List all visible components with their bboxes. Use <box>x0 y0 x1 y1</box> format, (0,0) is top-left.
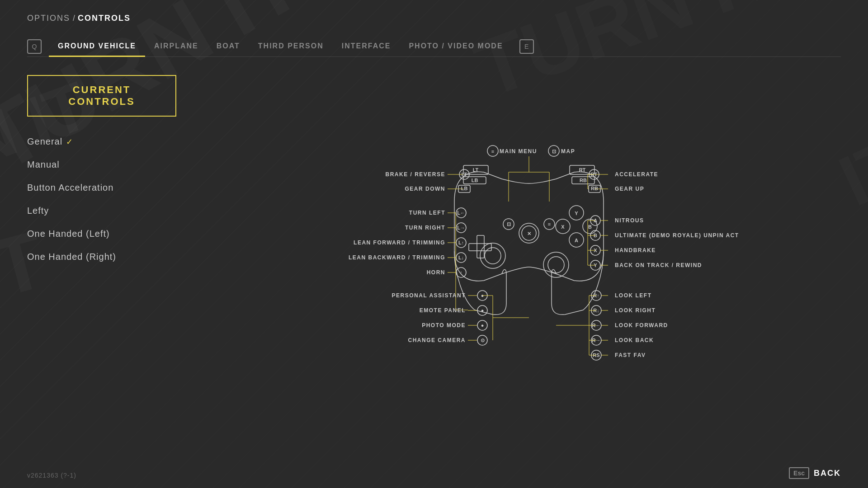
svg-rect-15 <box>477 235 484 258</box>
svg-text:BACK ON TRACK / REWIND: BACK ON TRACK / REWIND <box>615 262 702 268</box>
svg-text:LEAN FORWARD / TRIMMING: LEAN FORWARD / TRIMMING <box>354 239 445 246</box>
svg-text:●: ● <box>481 308 484 313</box>
sidebar-item-lefty-label: Lefty <box>27 206 49 216</box>
svg-text:⊙: ⊙ <box>481 338 485 343</box>
svg-text:CHANGE CAMERA: CHANGE CAMERA <box>408 337 466 343</box>
breadcrumb-options: OPTIONS <box>27 14 70 23</box>
svg-text:HORN: HORN <box>427 269 445 276</box>
svg-text:⊡: ⊡ <box>507 221 511 227</box>
svg-text:≡: ≡ <box>491 149 494 154</box>
sidebar-item-lefty[interactable]: Lefty <box>27 199 217 222</box>
svg-text:LB: LB <box>472 178 478 183</box>
svg-text:≡: ≡ <box>548 221 551 227</box>
svg-text:TURN RIGHT: TURN RIGHT <box>405 225 445 231</box>
tab-third-person[interactable]: THIRD PERSON <box>249 37 333 57</box>
svg-text:✕: ✕ <box>527 231 531 236</box>
tab-airplane[interactable]: AIRPLANE <box>145 37 208 57</box>
svg-text:L←: L← <box>457 210 465 216</box>
svg-text:LOOK BACK: LOOK BACK <box>615 337 654 343</box>
svg-text:X: X <box>561 224 565 230</box>
tab-ground-vehicle[interactable]: GROUND VEHICLE <box>49 37 145 57</box>
sidebar-item-one-handed-left[interactable]: One Handed (Left) <box>27 222 217 245</box>
tabs-container: Q GROUND VEHICLE AIRPLANE BOAT THIRD PER… <box>27 37 841 57</box>
breadcrumb-current: CONTROLS <box>78 14 131 23</box>
sidebar-item-one-handed-right[interactable]: One Handed (Right) <box>27 245 217 268</box>
svg-text:EMOTE PANEL: EMOTE PANEL <box>420 307 466 314</box>
svg-text:LT: LT <box>462 172 467 177</box>
current-controls-button[interactable]: CURRENT CONTROLS <box>27 75 176 117</box>
svg-text:L↑: L↑ <box>458 240 464 245</box>
controller-area: .ctrl-text { font-family: Arial, sans-se… <box>217 75 841 464</box>
controller-diagram: .ctrl-text { font-family: Arial, sans-se… <box>314 84 744 364</box>
tab-photo-video[interactable]: PHOTO / VIDEO MODE <box>400 37 512 57</box>
svg-text:⊡: ⊡ <box>552 149 556 154</box>
svg-point-18 <box>485 248 501 264</box>
sidebar-item-one-handed-left-label: One Handed (Left) <box>27 229 110 239</box>
svg-text:MAIN MENU: MAIN MENU <box>500 148 537 155</box>
svg-text:RB: RB <box>591 186 598 191</box>
svg-text:GEAR DOWN: GEAR DOWN <box>405 186 446 192</box>
svg-text:PERSONAL ASSISTANT: PERSONAL ASSISTANT <box>392 292 466 299</box>
svg-text:FAST FAV: FAST FAV <box>615 352 646 358</box>
svg-text:MAP: MAP <box>561 148 575 155</box>
svg-rect-16 <box>469 244 491 251</box>
tab-interface[interactable]: INTERFACE <box>333 37 400 57</box>
breadcrumb: OPTIONS / CONTROLS <box>27 14 841 23</box>
svg-text:GEAR UP: GEAR UP <box>615 186 644 192</box>
sidebar-item-manual[interactable]: Manual <box>27 153 217 176</box>
svg-text:L→: L→ <box>457 225 465 230</box>
svg-text:Y: Y <box>575 211 578 216</box>
svg-text:RT: RT <box>579 167 586 173</box>
sidebar-item-general[interactable]: General ✓ <box>27 130 217 153</box>
svg-text:↑: ↑ <box>460 270 462 275</box>
svg-text:LOOK LEFT: LOOK LEFT <box>615 292 652 299</box>
sidebar-item-general-label: General <box>27 136 62 147</box>
svg-text:LEAN BACKWARD / TRIMMING: LEAN BACKWARD / TRIMMING <box>349 254 445 261</box>
tab-icon-left[interactable]: Q <box>27 39 42 54</box>
tab-icon-right[interactable]: E <box>519 39 534 54</box>
svg-text:ULTIMATE (DEMO ROYALE)  UNPIN : ULTIMATE (DEMO ROYALE) UNPIN ACT <box>615 232 739 239</box>
svg-text:A: A <box>575 238 578 243</box>
svg-text:NITROUS: NITROUS <box>615 217 644 224</box>
svg-text:BRAKE / REVERSE: BRAKE / REVERSE <box>385 171 445 178</box>
svg-text:RB: RB <box>580 178 587 183</box>
svg-text:TURN LEFT: TURN LEFT <box>409 210 445 216</box>
breadcrumb-separator: / <box>73 14 75 23</box>
sidebar-item-manual-label: Manual <box>27 160 60 170</box>
svg-text:ACCELERATE: ACCELERATE <box>615 171 658 178</box>
svg-text:LOOK RIGHT: LOOK RIGHT <box>615 307 656 314</box>
svg-text:LOOK FORWARD: LOOK FORWARD <box>615 322 668 328</box>
content-area: CURRENT CONTROLS General ✓ Manual Button… <box>27 75 841 464</box>
svg-text:PHOTO MODE: PHOTO MODE <box>422 322 466 328</box>
svg-text:HANDBRAKE: HANDBRAKE <box>615 247 656 253</box>
svg-text:L↓: L↓ <box>458 255 464 260</box>
tab-boat[interactable]: BOAT <box>208 37 249 57</box>
sidebar-menu: General ✓ Manual Button Acceleration Lef… <box>27 130 217 268</box>
svg-text:LT: LT <box>473 167 479 173</box>
svg-point-20 <box>548 257 564 273</box>
svg-text:LB: LB <box>461 186 468 191</box>
check-icon: ✓ <box>66 137 73 147</box>
sidebar: CURRENT CONTROLS General ✓ Manual Button… <box>27 75 217 464</box>
svg-text:B: B <box>588 224 592 230</box>
sidebar-item-one-handed-right-label: One Handed (Right) <box>27 252 116 262</box>
sidebar-item-button-acceleration-label: Button Acceleration <box>27 183 113 193</box>
svg-text:●: ● <box>481 323 484 328</box>
sidebar-item-button-acceleration[interactable]: Button Acceleration <box>27 176 217 199</box>
